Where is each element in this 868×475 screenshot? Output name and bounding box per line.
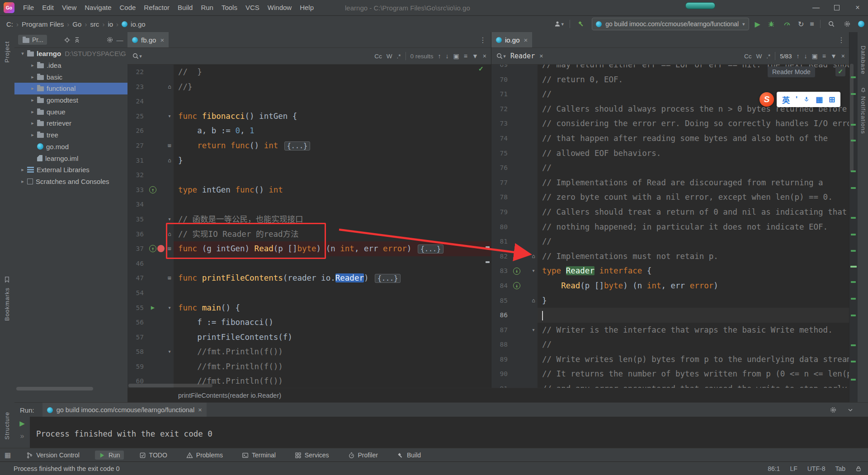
- line-number[interactable]: 69: [491, 65, 512, 72]
- chevron-collapsed-icon[interactable]: ▸: [29, 85, 36, 91]
- code-line[interactable]: 84↓ Read(p []byte) (n int, err error): [491, 278, 849, 293]
- menu-vcs[interactable]: VCS: [241, 0, 264, 15]
- toolbox-icon[interactable]: ⊞: [829, 95, 835, 104]
- caret-position[interactable]: 86:1: [768, 465, 780, 472]
- line-number[interactable]: 70: [491, 72, 512, 87]
- code-line[interactable]: 76//: [491, 160, 849, 175]
- menu-view[interactable]: View: [58, 0, 80, 15]
- ime-punctuation-toggle[interactable]: ': [796, 95, 797, 104]
- vertical-scrollbar[interactable]: [850, 64, 854, 172]
- line-number[interactable]: 32: [127, 168, 148, 183]
- line-number[interactable]: 89: [491, 352, 512, 367]
- line-number[interactable]: 82: [491, 249, 512, 264]
- fold-marker-icon[interactable]: ▾: [165, 109, 174, 124]
- line-number[interactable]: 87: [491, 323, 512, 338]
- chevron-collapsed-icon[interactable]: ▸: [19, 167, 26, 173]
- search-icon[interactable]: ▾: [496, 51, 506, 61]
- search-filter-icon[interactable]: ▼: [472, 52, 478, 60]
- search-icon[interactable]: ▾: [132, 51, 142, 61]
- code-line[interactable]: 54: [127, 286, 491, 301]
- breadcrumb-item[interactable]: src: [90, 20, 99, 28]
- line-number[interactable]: 71: [491, 87, 512, 102]
- search-input[interactable]: Reader: [510, 52, 535, 60]
- line-number[interactable]: 79: [491, 205, 512, 220]
- toolwindow-button-services[interactable]: Services: [291, 451, 333, 460]
- tool-strip-bookmarks[interactable]: Bookmarks: [4, 287, 10, 321]
- project-tab[interactable]: Pr...: [18, 35, 47, 45]
- next-match-icon[interactable]: ↓: [446, 52, 449, 60]
- locate-file-icon[interactable]: [62, 35, 72, 45]
- sogou-logo-icon[interactable]: S: [760, 92, 774, 107]
- rerun-button[interactable]: ↻: [798, 20, 804, 28]
- code-line[interactable]: 80// nothing happened; in particular it …: [491, 220, 849, 235]
- debug-button[interactable]: [766, 19, 776, 29]
- line-number[interactable]: 47: [127, 271, 148, 286]
- line-number[interactable]: 72: [491, 102, 512, 117]
- chevron-collapsed-icon[interactable]: ▸: [29, 109, 36, 115]
- hide-panel-icon[interactable]: [845, 405, 855, 415]
- tree-item-functional[interactable]: ▸functional: [14, 83, 127, 94]
- match-case-toggle[interactable]: Cc: [744, 53, 752, 60]
- panel-settings-gear-icon[interactable]: [105, 35, 115, 45]
- toolwindow-button-run[interactable]: Run: [95, 451, 124, 460]
- regex-toggle[interactable]: .*: [397, 53, 401, 60]
- filter-options-icon[interactable]: ≡: [822, 52, 826, 60]
- line-number[interactable]: 74: [491, 131, 512, 146]
- code-line[interactable]: 35▾// 函数是一等公民，也能实现接口: [127, 212, 491, 227]
- code-line[interactable]: 55▶▾func main() {: [127, 301, 491, 315]
- settings-gear-icon[interactable]: [842, 19, 852, 29]
- chevron-expanded-icon[interactable]: ▾: [19, 51, 26, 56]
- hide-panel-icon[interactable]: —: [115, 35, 125, 45]
- line-number[interactable]: 26: [127, 123, 148, 138]
- search-everywhere-icon[interactable]: [826, 19, 836, 29]
- profile-button[interactable]: [782, 19, 792, 29]
- fold-marker-icon[interactable]: ▾: [529, 263, 538, 278]
- stop-button[interactable]: ■: [810, 20, 814, 28]
- line-number[interactable]: 76: [491, 160, 512, 175]
- code-line[interactable]: 79// Callers should treat a return of 0 …: [491, 205, 849, 220]
- line-number[interactable]: 56: [127, 315, 148, 330]
- line-number[interactable]: 90: [491, 367, 512, 381]
- tree-item-retriever[interactable]: ▸retriever: [14, 118, 127, 129]
- minimize-button[interactable]: —: [806, 0, 826, 15]
- build-hammer-icon[interactable]: [576, 19, 586, 29]
- error-stripe-right[interactable]: [849, 32, 858, 402]
- fold-marker-icon[interactable]: ⌂: [529, 293, 538, 308]
- code-line[interactable]: 77// Implementations of Read are discour…: [491, 175, 849, 190]
- line-number[interactable]: 33: [127, 183, 148, 198]
- toolwindow-button-profiler[interactable]: Profiler: [344, 451, 382, 460]
- inspections-widget[interactable]: ✓: [835, 66, 845, 76]
- line-number[interactable]: 81: [491, 234, 512, 249]
- indent-style[interactable]: Tab: [835, 465, 845, 472]
- tree-item-tree[interactable]: ▸tree: [14, 129, 127, 141]
- regex-toggle[interactable]: .*: [766, 53, 770, 60]
- code-line[interactable]: 26 a, b := 0, 1: [127, 123, 491, 138]
- previous-match-icon[interactable]: ↑: [797, 52, 800, 60]
- tree-item-learngo[interactable]: ▾learngoD:\STUDYSPACE\G: [14, 48, 127, 60]
- code-line[interactable]: 56 f := fibonacci(): [127, 315, 491, 330]
- breadcrumb-item[interactable]: Go: [72, 20, 81, 28]
- line-number[interactable]: 77: [491, 175, 512, 190]
- code-line[interactable]: 90// It returns the number of bytes writ…: [491, 367, 849, 381]
- expand-icon[interactable]: »: [20, 432, 24, 440]
- tool-strip-structure[interactable]: Structure: [4, 412, 10, 440]
- search-filter-icon[interactable]: ▼: [830, 52, 837, 60]
- tree-item-go-mod[interactable]: go.mod: [14, 141, 127, 153]
- gopher-icon[interactable]: [858, 21, 864, 27]
- tool-window-switcher-icon[interactable]: ▦: [5, 451, 11, 459]
- toolwindow-button-problems[interactable]: Problems: [183, 451, 226, 460]
- code-line[interactable]: 83↓▾type Reader interface {: [491, 263, 849, 278]
- chevron-collapsed-icon[interactable]: ▸: [29, 74, 36, 80]
- fold-marker-icon[interactable]: ⊞: [165, 271, 174, 286]
- close-search-icon[interactable]: ×: [841, 52, 845, 60]
- menu-code[interactable]: Code: [115, 0, 140, 15]
- line-number[interactable]: 75: [491, 146, 512, 161]
- tree-item-external-libraries[interactable]: ▸External Libraries: [14, 164, 127, 176]
- fold-marker-icon[interactable]: ⊞: [165, 138, 174, 153]
- code-line[interactable]: 27⊞ return func() int {...}: [127, 138, 491, 153]
- tool-strip-project[interactable]: Project: [4, 41, 10, 62]
- toolwindow-button-terminal[interactable]: Terminal: [238, 451, 279, 460]
- fold-marker-icon[interactable]: ▾: [165, 212, 174, 227]
- impl-up-icon[interactable]: ↑: [149, 245, 156, 252]
- tree-item-basic[interactable]: ▸basic: [14, 71, 127, 83]
